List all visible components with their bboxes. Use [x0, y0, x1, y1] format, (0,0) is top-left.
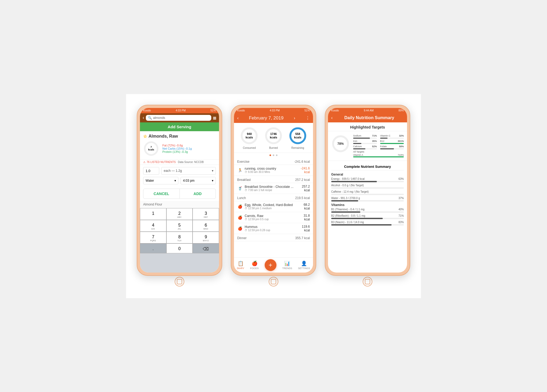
burned-label: 1746 kcals — [270, 132, 277, 139]
fab-add-button[interactable]: + — [265, 259, 276, 271]
key-dot[interactable]: . — [140, 243, 166, 253]
chevron-down-icon: ▾ — [212, 169, 213, 173]
keyboard-row-2: 4GHI 5JKL 6MNO — [140, 220, 219, 232]
key-1[interactable]: 1 — [140, 208, 166, 220]
key-7[interactable]: 7PQRS — [140, 232, 166, 243]
nav-settings[interactable]: 👤 SETTINGS — [298, 261, 310, 270]
home-button-2[interactable] — [269, 277, 278, 286]
key-6[interactable]: 6MNO — [193, 220, 219, 232]
search-bar[interactable]: 🔍 almonds — [146, 115, 211, 121]
target-calcium: Calcium52% — [353, 145, 377, 149]
burned-ring: 1746 kcals Burned — [264, 126, 283, 149]
phone-2-shell: Koodo 4:03 PM 51% ‹ February 7, 2019 › ⋮ — [231, 105, 316, 276]
nav-diary[interactable]: 📋 DIARY — [237, 261, 244, 270]
smoothie-item[interactable]: 🥤 Breakfast Smoothie - Chocolate ... ⏱ 7… — [234, 183, 313, 194]
item-title: ☆ Almonds, Raw — [143, 134, 216, 139]
b2-item: B2 (Riboflavin) - 0.8 / 1.1 mg 71% — [331, 214, 404, 219]
add-button[interactable]: ADD — [180, 189, 216, 199]
phone-2: Koodo 4:03 PM 51% ‹ February 7, 2019 › ⋮ — [231, 105, 316, 288]
carrot-time: ⏱ 12:59 pm 0.5 cup — [245, 218, 302, 221]
burned-caption: Burned — [264, 146, 283, 149]
carrier-2: Koodo — [237, 109, 245, 112]
carrot-name: Carrots, Raw — [245, 214, 302, 218]
add-serving-banner: Add Serving — [140, 122, 219, 131]
protein-label: Protein (13%) -0.3g — [162, 150, 192, 153]
key-8[interactable]: 8TUV — [166, 232, 193, 243]
nutrition-scroll[interactable]: Highlighted Targets 78% — [328, 122, 407, 273]
key-4[interactable]: 4GHI — [140, 220, 166, 232]
action-row: CANCEL ADD — [140, 187, 219, 201]
time-select[interactable]: 4:03 pm ▾ — [181, 177, 216, 184]
quantity-input[interactable] — [143, 167, 159, 175]
breakfast-total: 257.2 kcal — [295, 178, 310, 182]
battery-3: 89% — [398, 109, 404, 112]
trends-icon: 📊 — [284, 261, 290, 266]
egg-item[interactable]: 🍎 Egg, Whole, Cooked, Hard-Boiled ⏱ 12:5… — [234, 201, 313, 212]
key-9[interactable]: 9WXYZ — [193, 232, 219, 243]
key-3[interactable]: 3DEF — [193, 208, 219, 220]
carrot-kcal: 31.8kcal — [304, 214, 310, 221]
running-time: ⏱ 6:00 am 30.0 Mins — [245, 170, 299, 173]
carrot-item[interactable]: 🍎 Carrots, Raw ⏱ 12:59 pm 0.5 cup 31.8kc… — [234, 212, 313, 223]
overall-circle: 78% — [331, 134, 350, 153]
barcode-icon[interactable]: ▦ — [213, 116, 216, 120]
dot-2 — [273, 154, 274, 156]
key-delete[interactable]: ⌫ — [193, 243, 219, 253]
prev-date-button[interactable]: ‹ — [237, 116, 239, 121]
scene: Koodo 4:03 PM 51% ‹ 🔍 almonds ▦ Add Serv… — [126, 94, 421, 298]
consumed-ring: 940 kcals Consumed — [240, 126, 259, 149]
running-item[interactable]: 🏃 running, cross country ⏱ 6:00 am 30.0 … — [234, 165, 313, 176]
diary-scroll[interactable]: Exercise -241.6 kcal 🏃 running, cross co… — [234, 158, 313, 257]
time-2: 4:03 PM — [270, 109, 280, 112]
running-info: running, cross country ⏱ 6:00 am 30.0 Mi… — [245, 167, 299, 173]
hummus-item[interactable]: 🍎 Hummus ⏱ 12:59 pm 0.28 cup 119.6kcal — [234, 223, 313, 234]
back-icon[interactable]: ‹ — [143, 115, 144, 121]
trends-nav-label: TRENDS — [282, 267, 292, 270]
hummus-time: ⏱ 12:59 pm 0.28 cup — [245, 229, 300, 232]
complete-title: Complete Nutrient Summary — [331, 163, 404, 170]
egg-icon: 🍎 — [237, 204, 243, 209]
egg-name: Egg, Whole, Cooked, Hard-Boiled — [245, 203, 302, 207]
target-vitaminc: Vitamin C32% — [380, 134, 404, 139]
smoothie-name: Breakfast Smoothie - Chocolate ... — [245, 185, 300, 189]
folate-label: Folate58% — [380, 145, 404, 148]
settings-icon: 👤 — [301, 261, 307, 266]
home-button-1[interactable] — [175, 277, 184, 286]
star-icon[interactable]: ☆ — [143, 134, 147, 139]
back-button-3[interactable]: ‹ — [331, 115, 333, 120]
status-bar-2: Koodo 4:03 PM 51% — [234, 108, 313, 113]
nutrient-row: ⚠ 76 LISTED NUTRIENTS Data Source: NCCDB — [140, 160, 219, 165]
home-button-3[interactable] — [363, 277, 372, 286]
key-0[interactable]: 0 — [166, 243, 193, 253]
hummus-icon: 🍎 — [237, 226, 243, 231]
targets-grid: Sodium71% Vitamin C32% — [353, 134, 404, 149]
key-2[interactable]: 2ABC — [166, 208, 193, 220]
battery-1: 51% — [210, 109, 216, 112]
remaining-label: 558 kcals — [294, 132, 302, 139]
more-button[interactable]: ⋮ — [306, 115, 310, 121]
overall-pct: 78% — [337, 142, 344, 146]
meal-select[interactable]: Water ▾ — [143, 177, 178, 184]
b3-item: B3 (Niacin) - 11.6 / 14.0 mg 83% — [331, 221, 404, 226]
lunch-label: Lunch — [237, 196, 246, 200]
breakfast-label: Breakfast — [237, 178, 251, 182]
key-5[interactable]: 5JKL — [166, 220, 193, 232]
diary-header: ‹ February 7, 2019 › ⋮ — [234, 113, 313, 123]
phone-3: Koodo 9:44 AM 89% ‹ Daily Nutrition Summ… — [325, 105, 410, 288]
hummus-name: Hummus — [245, 225, 300, 229]
run-icon: 🏃 — [237, 168, 243, 173]
diary-nav-label: DIARY — [237, 267, 244, 270]
settings-nav-label: SETTINGS — [298, 267, 310, 270]
dot-1 — [269, 154, 271, 156]
rings-section: 940 kcals Consumed — [234, 123, 313, 153]
consumed-label: 940 kcals — [246, 132, 253, 139]
nav-foods[interactable]: 🍎 FOODS — [250, 261, 259, 270]
unit-select[interactable]: each — 1.2g ▾ — [161, 167, 216, 175]
status-bar-3: Koodo 9:44 AM 89% — [328, 108, 407, 113]
vitamins-category: Vitamins — [331, 203, 404, 207]
cancel-button[interactable]: CANCEL — [143, 189, 180, 199]
nav-trends[interactable]: 📊 TRENDS — [282, 261, 292, 270]
status-bar-1: Koodo 4:03 PM 51% — [140, 108, 219, 113]
data-source: Data Source: NCCDB — [178, 161, 204, 164]
next-date-button[interactable]: › — [294, 116, 295, 121]
